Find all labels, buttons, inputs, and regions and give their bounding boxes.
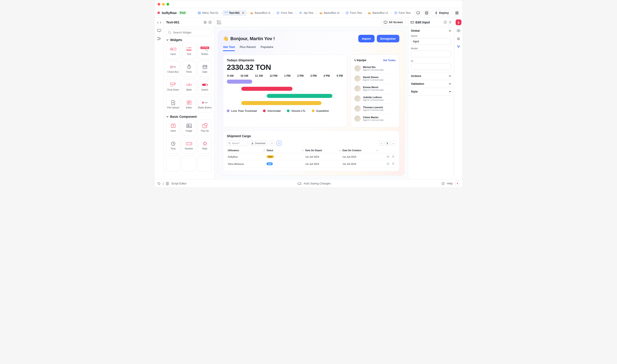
row-settings-icon[interactable]	[387, 162, 389, 165]
widget-timer[interactable]: Timer	[182, 61, 196, 77]
basic-input[interactable]: Input	[166, 120, 180, 136]
widget-date[interactable]: Date	[198, 61, 212, 77]
history-icon[interactable]	[157, 182, 161, 185]
basic-empty-2[interactable]	[182, 156, 196, 171]
tab-close-icon[interactable]: ✕	[242, 11, 244, 14]
cloud-sync-icon	[297, 182, 301, 185]
script-editor-label[interactable]: Script Editor	[171, 182, 186, 185]
tab-backoffice-1[interactable]: Backoffice Ui	[248, 8, 273, 17]
all-screen-button[interactable]: All Screen	[381, 19, 405, 26]
window-max-dot[interactable]	[167, 3, 169, 6]
widget-input[interactable]: A| Input	[166, 43, 180, 59]
eye-icon[interactable]	[456, 28, 461, 33]
tab-backoffice-2[interactable]: Backoffice Ui	[317, 8, 342, 17]
input-model[interactable]	[411, 51, 451, 57]
settings-button[interactable]	[423, 10, 430, 16]
window-min-dot[interactable]	[162, 3, 165, 6]
basic-popup[interactable]: Pop Up	[198, 120, 212, 136]
tab-test-001[interactable]: Test-001 ✕	[222, 10, 246, 16]
import-button[interactable]: Import	[358, 35, 374, 42]
sort-icon[interactable]: ≡	[263, 149, 265, 152]
widget-text[interactable]: T Text	[182, 43, 196, 59]
cargo-filter-button[interactable]	[276, 141, 282, 146]
row-delete-icon[interactable]	[392, 155, 395, 158]
rail-expand-icon[interactable]	[157, 20, 161, 25]
basic-image[interactable]: Image	[182, 120, 196, 136]
basic-number[interactable]: Number	[182, 138, 196, 154]
tab-api[interactable]: Api Test	[297, 8, 315, 17]
rail-tree-icon[interactable]	[157, 36, 161, 41]
basic-time[interactable]: Time	[166, 138, 180, 154]
add-block-icon[interactable]	[217, 20, 221, 24]
page-number[interactable]: 1	[385, 141, 390, 146]
group-validation-toggle[interactable]: Validation	[411, 82, 451, 85]
tab-voir-tout[interactable]: Voir Tout	[223, 46, 235, 51]
enregistrer-button[interactable]: Enregistrer	[377, 35, 399, 42]
widget-dropdown[interactable]: Drop Down	[166, 79, 180, 95]
save-icon[interactable]	[456, 19, 461, 25]
group-style-toggle[interactable]: Style	[411, 90, 451, 93]
tab-menu-test[interactable]: Menu Test-01	[196, 8, 221, 17]
cursor-icon[interactable]	[456, 44, 461, 49]
basic-rate[interactable]: Rate	[198, 138, 212, 154]
widget-checkbox[interactable]: Check Box	[166, 61, 180, 77]
preview-button[interactable]	[415, 10, 421, 16]
svg-point-78	[459, 39, 459, 39]
group-actions-toggle[interactable]: Actions	[411, 75, 451, 78]
sort-icon[interactable]: ≡	[339, 149, 341, 152]
widget-switch[interactable]: Switch	[198, 79, 212, 95]
tab-form-3[interactable]: Form Test	[392, 8, 413, 17]
row-settings-icon[interactable]	[387, 155, 389, 158]
cargo-refresh-button[interactable]	[269, 141, 275, 146]
cargo-search-input[interactable]: Search	[227, 141, 247, 146]
sort-icon[interactable]: ≡	[302, 149, 304, 152]
widget-button[interactable]: ACTION Button	[198, 43, 212, 59]
sort-icon[interactable]: ≡	[376, 149, 378, 152]
grid-button[interactable]	[454, 10, 460, 16]
input-id[interactable]	[411, 63, 451, 70]
status-red-icon[interactable]	[455, 181, 460, 186]
page-next-button[interactable]: ›	[391, 141, 396, 146]
row-delete-icon[interactable]	[392, 162, 395, 165]
team-member[interactable]: Thomas LaurentAgent Commerciale	[354, 104, 396, 114]
input-name[interactable]	[411, 38, 451, 45]
sliders-icon[interactable]	[456, 36, 461, 41]
team-member[interactable]: Emma MorelAgent Commerciale	[354, 84, 396, 94]
trash-icon[interactable]	[449, 21, 452, 24]
team-view-all-link[interactable]: Voir Toutes	[383, 59, 396, 62]
deploy-button[interactable]: Deploy	[432, 10, 452, 16]
page-prev-button[interactable]: ‹	[379, 141, 384, 146]
rail-screen-icon[interactable]	[157, 28, 161, 33]
tab-populaire[interactable]: Populaire	[261, 46, 273, 51]
group-global-toggle[interactable]: Global	[411, 29, 451, 32]
search-input-field[interactable]	[173, 31, 210, 34]
team-member[interactable]: Juliette LefèvreAgent Commerciale	[354, 94, 396, 104]
tab-backoffice-3[interactable]: Backoffice Ui	[366, 8, 390, 17]
basic-empty-3[interactable]	[198, 156, 212, 171]
table-row[interactable]: Taha elkhaouassf1st Juil 20241st Juil 20…	[227, 160, 396, 168]
table-row[interactable]: SoftyflowTest1st Juil 20241st Juil 2024	[227, 153, 396, 160]
widget-radio[interactable]: Radio Button	[198, 97, 212, 113]
section-basic-component[interactable]: Basic Component	[164, 115, 214, 120]
search-widget-input[interactable]	[166, 29, 212, 36]
window-close-dot[interactable]	[158, 3, 160, 6]
check-icon[interactable]	[208, 21, 212, 24]
widget-file-upload[interactable]: File Upload	[166, 97, 180, 113]
tab-plus-recent[interactable]: Plus Récent	[240, 46, 256, 51]
team-member[interactable]: Chloé MartinAgent Commerciale	[354, 114, 396, 124]
tab-form-2[interactable]: Form Test	[343, 8, 364, 17]
section-widgets[interactable]: Widgets	[164, 38, 214, 43]
tab-label: Backoffice Ui	[372, 11, 388, 14]
help-label[interactable]: Help	[447, 182, 453, 185]
basic-empty-1[interactable]	[166, 156, 180, 171]
widget-editor[interactable]: Editor	[182, 97, 196, 113]
script-icon[interactable]	[166, 182, 169, 185]
layers-icon[interactable]	[203, 21, 207, 24]
help-icon[interactable]: ?	[442, 182, 445, 185]
team-member[interactable]: David SimonAgent Commerciale	[354, 74, 396, 84]
cargo-download-button[interactable]: Download	[249, 141, 268, 146]
copy-icon[interactable]	[444, 21, 447, 24]
team-member[interactable]: Michel DivAgent Commerciale	[354, 64, 396, 74]
tab-form-1[interactable]: Form Test	[274, 8, 295, 17]
widget-slider[interactable]: Slider	[182, 79, 196, 95]
